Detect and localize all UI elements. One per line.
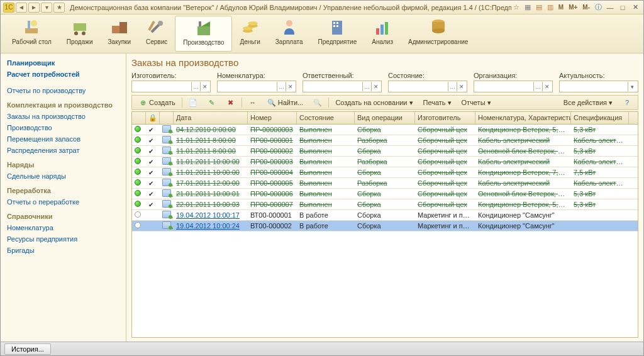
mem-mminus-button[interactable]: M- <box>580 4 592 11</box>
lookup-button[interactable]: … <box>191 82 200 91</box>
column-header[interactable]: Изготовитель <box>415 112 475 124</box>
column-header[interactable]: Вид операции <box>355 112 415 124</box>
column-header[interactable]: Спецификация <box>571 112 629 124</box>
find-button[interactable]: 🔍Найти... <box>264 97 308 108</box>
mem-m-button[interactable]: M <box>557 4 565 11</box>
filter-input[interactable] <box>390 83 448 91</box>
sidebar-link[interactable]: Сдельные наряды <box>6 170 121 182</box>
state-cell: Выполнен <box>297 179 355 187</box>
toolbar-item-1[interactable]: Продажи <box>59 16 101 52</box>
table-row[interactable]: ✔04.12.2010 0:00:00ПР-00000003ВыполненСб… <box>132 125 638 135</box>
date-cell: 11.01.2011 8:00:00 <box>174 147 248 155</box>
refresh-button[interactable]: ↔ <box>245 97 261 108</box>
copy-button[interactable]: 📄 <box>185 97 201 108</box>
all-actions-button[interactable]: Все действия ▾ <box>560 97 616 108</box>
sidebar-link[interactable]: Расчет потребностей <box>6 69 121 80</box>
lookup-button[interactable]: … <box>277 82 286 91</box>
lookup-button[interactable]: … <box>448 82 457 91</box>
help-button[interactable]: ? <box>619 97 635 108</box>
filter-input[interactable] <box>475 83 533 91</box>
clear-search-icon: 🔍 <box>313 98 322 107</box>
number-cell: ПР00-000003 <box>248 157 297 166</box>
clear-button[interactable]: ✕ <box>286 82 294 91</box>
delete-button[interactable]: ✖ <box>223 97 239 108</box>
data-grid[interactable]: 🔒ДатаНомерСостояниеВид операцииИзготовит… <box>131 111 638 338</box>
sidebar-link[interactable]: Планировщик <box>6 57 121 69</box>
sidebar-link[interactable]: Бригады <box>6 245 121 256</box>
column-header[interactable] <box>160 112 174 124</box>
column-header[interactable]: Состояние <box>297 112 355 124</box>
column-header[interactable]: 🔒 <box>146 112 160 124</box>
clear-button[interactable]: ✕ <box>542 82 551 91</box>
history-button[interactable]: История... <box>4 343 51 355</box>
sidebar-link[interactable]: Ресурсы предприятия <box>6 233 121 245</box>
sidebar-link[interactable]: Производство <box>6 122 121 133</box>
close-button[interactable]: ✕ <box>630 3 641 13</box>
sidebar-link[interactable]: Перемещения запасов <box>6 133 121 145</box>
maximize-button[interactable]: □ <box>617 3 628 13</box>
column-header[interactable]: Дата <box>174 112 248 124</box>
info-icon[interactable]: ⓘ <box>593 3 603 13</box>
filter-input[interactable] <box>561 83 628 91</box>
column-header[interactable]: Номер <box>248 112 297 124</box>
dropdown-button[interactable]: ▾ <box>628 82 636 91</box>
nav-dropdown-button[interactable]: ▾ <box>41 3 52 13</box>
create-based-button[interactable]: Создать на основании ▾ <box>331 97 416 108</box>
column-header[interactable] <box>132 112 146 124</box>
reports-button[interactable]: Отчеты ▾ <box>458 97 495 108</box>
table-row[interactable]: 19.04.2012 10:00:17ВТ00-000001В работеСб… <box>132 210 638 221</box>
sidebar-link[interactable]: Заказы на производство <box>6 111 121 122</box>
toolbar-item-5[interactable]: Деньги <box>232 16 267 52</box>
toolbar-item-8[interactable]: Анализ <box>364 16 401 52</box>
table-row[interactable]: ✔11.01.2011 10:00:00ПР00-000004ВыполненС… <box>132 167 638 178</box>
table-row[interactable]: ✔11.01.2011 8:00:00ПР00-000002ВыполненСб… <box>132 146 638 157</box>
clear-button[interactable]: ✕ <box>200 82 209 91</box>
toolbar-item-4[interactable]: Производство <box>175 16 232 52</box>
filter-input[interactable] <box>304 83 362 91</box>
table-row[interactable]: ✔22.01.2011 10:00:03ПР00-000007ВыполненС… <box>132 199 638 210</box>
table-row[interactable]: ✔21.01.2011 10:00:01ПР00-000006ВыполненС… <box>132 189 638 199</box>
toolbar-item-6[interactable]: Зарплата <box>268 16 311 52</box>
toolbar-label: Предприятие <box>318 38 357 45</box>
toolbar-item-9[interactable]: Администрирование <box>401 16 475 52</box>
sidebar-link[interactable]: Отчеты по производству <box>6 85 121 96</box>
calendar-icon[interactable]: ▤ <box>534 3 544 13</box>
column-header[interactable]: Номенклатура, Характеристика <box>475 112 571 124</box>
lookup-button[interactable]: … <box>533 82 542 91</box>
filter-input[interactable] <box>133 83 191 91</box>
table-row[interactable]: 19.04.2012 10:00:24ВТ00-000002В работеСб… <box>132 221 638 231</box>
sidebar-link[interactable]: Номенклатура <box>6 222 121 233</box>
mem-mplus-button[interactable]: M+ <box>567 4 579 11</box>
favorite-button[interactable]: ★ <box>53 3 65 13</box>
document-icon <box>162 211 171 218</box>
toolbar-item-7[interactable]: Предприятие <box>311 16 365 52</box>
clear-find-button[interactable]: 🔍 <box>309 97 326 108</box>
print-button[interactable]: Печать ▾ <box>419 97 455 108</box>
table-row[interactable]: ✔11.01.2011 8:00:00ПР00-000001ВыполненРа… <box>132 135 638 146</box>
main-panel: Заказы на производство Изготовитель:…✕Но… <box>126 53 643 342</box>
star-icon[interactable]: ☆ <box>511 3 521 13</box>
edit-button[interactable]: ✎ <box>204 97 220 108</box>
minimize-button[interactable]: — <box>604 3 616 13</box>
clear-button[interactable]: ✕ <box>371 82 380 91</box>
logo-icon[interactable]: 1C <box>3 3 14 13</box>
toolbar-item-3[interactable]: Сервис <box>138 16 175 52</box>
sidebar-link[interactable]: Отчеты о переработке <box>6 196 121 208</box>
calc-icon[interactable]: ▥ <box>545 3 555 13</box>
nav-back-button[interactable]: ◄ <box>16 3 27 13</box>
toolbar-label: Зарплата <box>275 38 303 45</box>
nav-forward-button[interactable]: ► <box>28 3 40 13</box>
table-row[interactable]: ✔17.01.2011 12:00:00ПР00-000005ВыполненР… <box>132 178 638 189</box>
spec-cell <box>571 225 629 226</box>
toolbar-item-2[interactable]: Закупки <box>101 16 138 52</box>
sidebar-link[interactable]: Распределения затрат <box>6 145 121 156</box>
lookup-button[interactable]: … <box>362 82 371 91</box>
create-button[interactable]: ⊕Создать <box>135 97 179 108</box>
filter-input[interactable] <box>219 83 277 91</box>
spec-cell: 5,3 кВт <box>571 147 629 155</box>
grid-icon[interactable]: ▦ <box>523 3 533 13</box>
toolbar-item-0[interactable]: Рабочий стол <box>4 16 59 52</box>
table-row[interactable]: ✔11.01.2011 10:00:00ПР00-000003ВыполненР… <box>132 157 638 167</box>
clear-button[interactable]: ✕ <box>457 82 465 91</box>
document-icon <box>162 147 171 154</box>
